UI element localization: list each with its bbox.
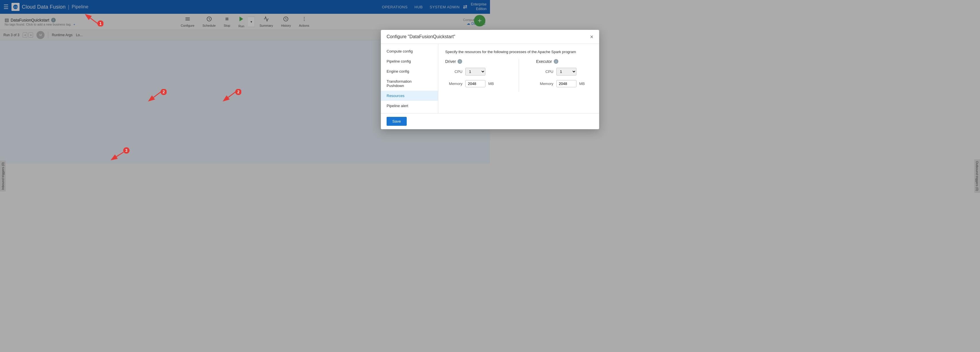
svg-point-13 [97,21,103,26]
modal-title: Configure "DataFusionQuickstart" [387,34,455,39]
driver-memory-row: Memory MB [445,80,490,87]
driver-section: Driver i CPU 1 2 4 8 [445,59,490,92]
svg-point-17 [235,89,241,95]
driver-memory-unit: MB [488,82,490,86]
modal-overlay: Configure "DataFusionQuickstart" × Compu… [0,0,490,176]
sidebar-pipeline-alert[interactable]: Pipeline alert [381,101,438,111]
modal-body: Compute config Pipeline config Engine co… [381,44,490,113]
sidebar-transformation-pushdown[interactable]: TransformationPushdown [381,76,438,91]
svg-text:3: 3 [125,148,127,153]
modal-content: Specify the resources for the following … [438,44,490,113]
annotation-2a-arrow: 2 [143,89,167,106]
svg-text:2: 2 [162,90,165,94]
driver-memory-label: Memory [445,82,463,86]
sidebar-pipeline-config[interactable]: Pipeline config [381,56,438,66]
resources-grid: Driver i CPU 1 2 4 8 [445,59,490,92]
svg-point-15 [161,89,167,95]
sidebar-engine-config[interactable]: Engine config [381,66,438,76]
driver-header: Driver i [445,59,490,64]
modal-header: Configure "DataFusionQuickstart" × [381,30,490,44]
modal-footer: Save [381,113,490,129]
driver-info-icon[interactable]: i [458,59,462,64]
sidebar-resources[interactable]: Resources [381,91,438,101]
annotation-2b-arrow: 2 [218,89,241,106]
save-button[interactable]: Save [387,117,407,126]
annotation-1-arrow: 1 [80,9,103,26]
driver-cpu-row: CPU 1 2 4 8 [445,68,490,76]
svg-text:2: 2 [237,90,240,94]
svg-text:1: 1 [99,21,102,26]
configure-modal: Configure "DataFusionQuickstart" × Compu… [381,30,490,129]
resources-section-title: Specify the resources for the following … [445,50,490,54]
driver-label: Driver [445,59,456,64]
modal-sidebar: Compute config Pipeline config Engine co… [381,44,438,113]
driver-cpu-label: CPU [445,70,463,74]
annotation-3-arrow: 3 [103,146,132,164]
sidebar-compute-config[interactable]: Compute config [381,46,438,56]
driver-memory-input[interactable] [465,80,485,87]
driver-cpu-select[interactable]: 1 2 4 8 [465,68,485,76]
svg-point-19 [123,147,129,154]
